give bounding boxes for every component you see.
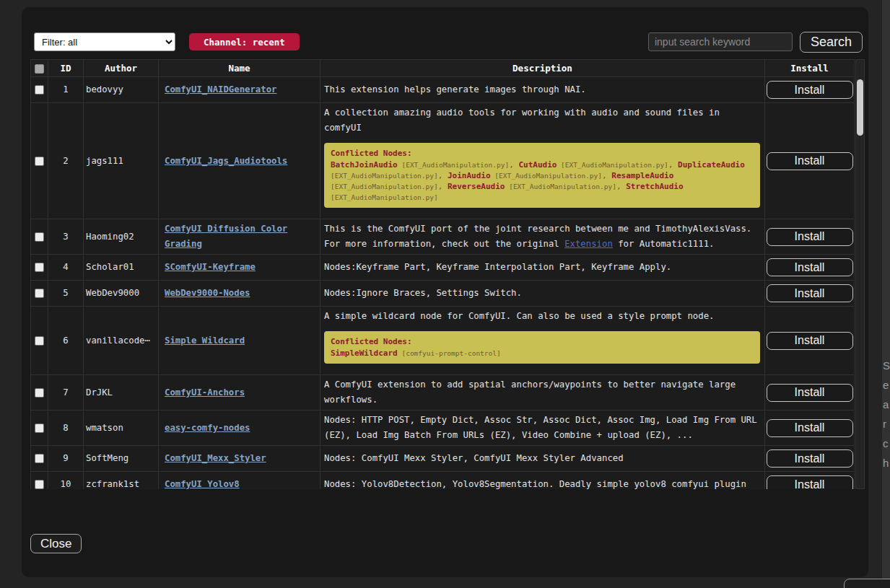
row-author: zcfrank1st <box>84 472 159 490</box>
row-checkbox-cell <box>31 255 48 281</box>
description-segment: for Automatic1111. <box>613 239 715 249</box>
install-button[interactable]: Install <box>767 449 853 468</box>
row-checkbox-cell <box>31 411 48 446</box>
table-body: 1bedovyyComfyUI_NAIDGeneratorThis extens… <box>31 77 855 490</box>
description-segment: Nodes: Yolov8Detection, Yolov8Segmentati… <box>324 479 746 489</box>
row-install-cell: Install <box>765 281 855 307</box>
description-text: A collection amazing audio tools for wor… <box>324 105 762 136</box>
table-header-row: ID Author Name Description Install <box>31 60 855 77</box>
conflict-node-name: StretchAudio <box>626 182 683 191</box>
table-row: 9SoftMengComfyUI_Mexx_StylerNodes: Comfy… <box>31 446 855 472</box>
row-name-link[interactable]: ComfyUI_Mexx_Styler <box>165 453 266 463</box>
description-segment: Nodes:Keyframe Part, Keyframe Interpolat… <box>324 262 671 272</box>
conflict-node-file: [EXT_AudioManipulation.py] <box>505 183 616 190</box>
row-checkbox[interactable] <box>35 263 44 272</box>
row-name-link[interactable]: easy-comfy-nodes <box>165 423 250 433</box>
install-button[interactable]: Install <box>767 284 853 302</box>
row-name-link[interactable]: ComfyUI_NAIDGenerator <box>165 84 276 95</box>
row-id: 7 <box>48 375 84 411</box>
row-install-cell: Install <box>765 255 855 281</box>
row-description: This is the ComfyUI port of the joint re… <box>320 219 765 255</box>
table-scrollbar-thumb[interactable] <box>857 79 863 136</box>
description-text: Nodes:Ignore Braces, Settings Switch. <box>324 286 762 301</box>
row-name-cell: ComfyUI-Anchors <box>159 375 320 411</box>
conflict-separator: , <box>438 171 448 180</box>
conflict-separator: , <box>438 182 448 191</box>
column-header-checkbox <box>31 60 48 77</box>
description-text: A simple wildcard node for ComfyUI. Can … <box>324 309 762 324</box>
row-name-link[interactable]: SComfyUI-Keyframe <box>165 262 256 272</box>
row-description: Nodes: HTTP POST, Empty Dict, Assoc Str,… <box>320 411 765 446</box>
row-checkbox[interactable] <box>35 85 44 95</box>
row-name-cell: ComfyUI_Jags_Audiotools <box>159 103 320 219</box>
row-checkbox[interactable] <box>35 289 44 298</box>
row-name-link[interactable]: Simple Wildcard <box>165 335 245 346</box>
install-button[interactable]: Install <box>767 419 853 437</box>
row-install-cell: Install <box>765 307 855 375</box>
description-text: Nodes: Yolov8Detection, Yolov8Segmentati… <box>324 477 762 489</box>
table-row: 1bedovyyComfyUI_NAIDGeneratorThis extens… <box>31 77 855 103</box>
row-name-link[interactable]: WebDev9000-Nodes <box>165 288 250 298</box>
conflict-node-file: [EXT_AudioManipulation.py] <box>331 193 438 201</box>
row-name-cell: ComfyUI Yolov8 <box>159 472 320 490</box>
search-input[interactable] <box>648 32 793 51</box>
install-button[interactable]: Install <box>767 475 853 489</box>
row-checkbox[interactable] <box>35 336 44 346</box>
row-install-cell: Install <box>765 411 855 446</box>
row-author: jags111 <box>84 103 159 219</box>
filter-select[interactable]: Filter: all <box>34 32 175 51</box>
row-name-link[interactable]: ComfyUI_Jags_Audiotools <box>165 156 287 166</box>
row-name-cell: Simple Wildcard <box>159 307 320 375</box>
row-author: DrJKL <box>84 375 159 411</box>
table-scrollbar[interactable] <box>855 59 865 489</box>
conflict-node-name: SimpleWildcard <box>331 348 398 358</box>
install-button[interactable]: Install <box>767 384 853 402</box>
search-button[interactable]: Search <box>800 32 863 53</box>
row-checkbox[interactable] <box>35 157 44 166</box>
custom-nodes-table-area: ID Author Name Description Install 1bedo… <box>30 59 865 489</box>
row-id: 9 <box>48 446 84 472</box>
description-segment: A simple wildcard node for ComfyUI. Can … <box>324 311 714 321</box>
row-id: 1 <box>48 77 84 103</box>
conflict-node-name: DuplicateAudio <box>678 160 745 170</box>
row-checkbox-cell <box>31 281 48 307</box>
description-text: Nodes: ComfyUI Mexx Styler, ComfyUI Mexx… <box>324 451 762 466</box>
conflict-node-file: [EXT_AudioManipulation.py] <box>331 172 438 180</box>
install-button[interactable]: Install <box>767 332 853 350</box>
install-button[interactable]: Install <box>767 258 853 276</box>
column-header-id: ID <box>48 60 84 77</box>
install-button[interactable]: Install <box>767 152 853 170</box>
description-link[interactable]: Extension <box>564 239 613 249</box>
install-button[interactable]: Install <box>767 81 853 99</box>
row-name-link[interactable]: ComfyUI Yolov8 <box>165 479 240 489</box>
select-all-checkbox[interactable] <box>35 64 44 74</box>
row-checkbox[interactable] <box>35 454 44 463</box>
row-description: Nodes:Ignore Braces, Settings Switch. <box>320 281 765 307</box>
conflict-items: SimpleWildcard [comfyui-prompt-control] <box>331 348 754 359</box>
description-text: A ComfyUI extension to add spatial ancho… <box>324 377 762 408</box>
row-checkbox[interactable] <box>35 480 44 489</box>
background-edge-strip: Search <box>882 0 890 588</box>
conflict-node-file: [EXT_AudioManipulation.py] <box>557 161 668 169</box>
table-row: 5WebDev9000WebDev9000-NodesNodes:Ignore … <box>31 281 855 307</box>
table-row: 8wmatsoneasy-comfy-nodesNodes: HTTP POST… <box>31 411 855 446</box>
description-segment: Nodes: HTTP POST, Empty Dict, Assoc Str,… <box>324 415 757 440</box>
row-checkbox-cell <box>31 77 48 103</box>
row-description: Nodes: Yolov8Detection, Yolov8Segmentati… <box>320 472 765 490</box>
close-button[interactable]: Close <box>30 534 82 553</box>
channel-badge: Channel: recent <box>189 33 300 51</box>
row-checkbox[interactable] <box>35 232 44 242</box>
row-description: Nodes: ComfyUI Mexx Styler, ComfyUI Mexx… <box>320 446 765 472</box>
background-letter-fragment: r <box>883 418 886 430</box>
conflict-separator: , <box>668 160 678 170</box>
row-checkbox[interactable] <box>35 388 44 398</box>
row-name-link[interactable]: ComfyUI-Anchors <box>165 387 245 398</box>
background-letter-fragment: c <box>883 437 889 449</box>
background-letter-fragment: e <box>883 379 889 391</box>
row-name-cell: easy-comfy-nodes <box>159 411 320 446</box>
row-name-link[interactable]: ComfyUI Diffusion Color Grading <box>165 224 287 249</box>
install-button[interactable]: Install <box>767 228 853 246</box>
row-checkbox[interactable] <box>35 424 44 433</box>
row-install-cell: Install <box>765 77 855 103</box>
description-segment: This extension helps generate images thr… <box>324 84 586 95</box>
